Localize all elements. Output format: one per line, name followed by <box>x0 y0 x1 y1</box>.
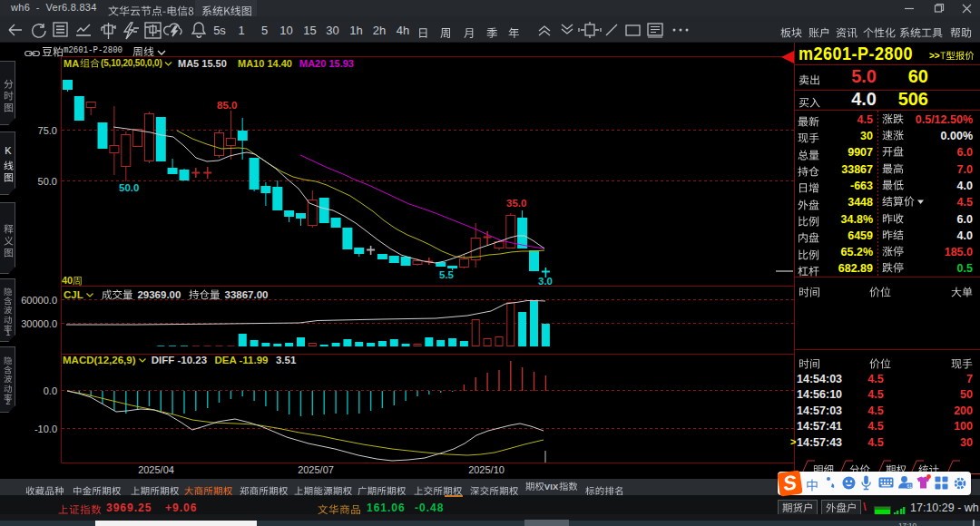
svg-text:61: 61 <box>907 483 913 489</box>
